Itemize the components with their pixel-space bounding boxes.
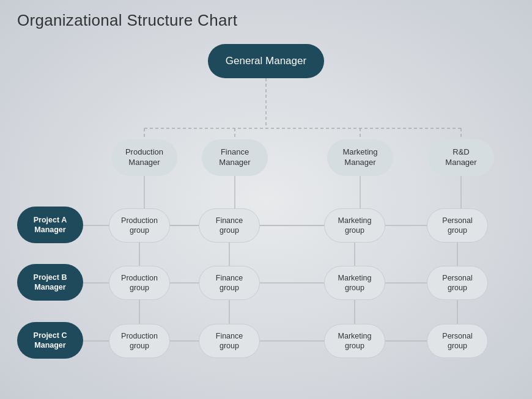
general-manager-node: General Manager: [208, 44, 324, 78]
fin-group-b: Financegroup: [199, 266, 260, 300]
personal-group-b: Personalgroup: [427, 266, 488, 300]
production-manager-node: ProductionManager: [111, 139, 177, 176]
project-b-manager-node: Project BManager: [17, 264, 83, 301]
rnd-manager-node: R&DManager: [428, 139, 494, 176]
prod-group-b: Productiongroup: [109, 266, 170, 300]
marketing-manager-node: MarketingManager: [327, 139, 393, 176]
personal-group-c: Personalgroup: [427, 324, 488, 358]
page-title: Organizational Structure Chart: [17, 11, 237, 30]
personal-group-a: Personalgroup: [427, 208, 488, 243]
prod-group-a: Productiongroup: [109, 208, 170, 243]
project-c-manager-node: Project CManager: [17, 322, 83, 359]
fin-group-a: Financegroup: [199, 208, 260, 243]
project-a-manager-node: Project AManager: [17, 207, 83, 243]
fin-group-c: Financegroup: [199, 324, 260, 358]
finance-manager-node: FinanceManager: [202, 139, 268, 176]
mkt-group-a: Marketinggroup: [324, 208, 385, 243]
mkt-group-b: Marketinggroup: [324, 266, 385, 300]
mkt-group-c: Marketinggroup: [324, 324, 385, 358]
prod-group-c: Productiongroup: [109, 324, 170, 358]
